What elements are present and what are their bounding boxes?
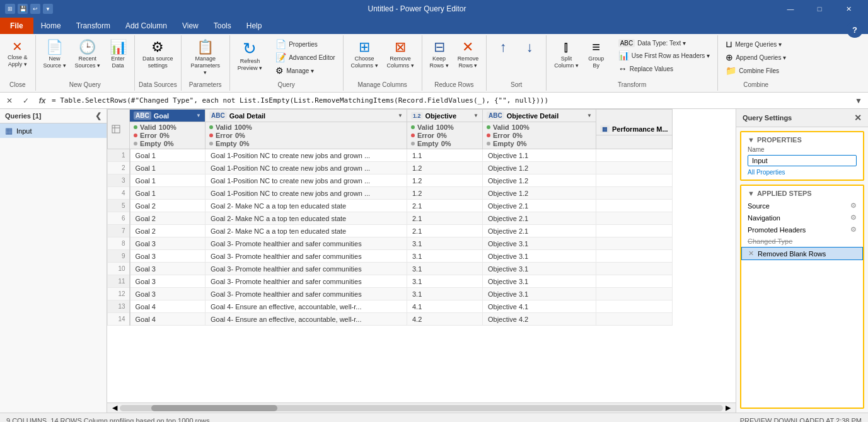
remove-rows-button[interactable]: ✕ RemoveRows ▾ bbox=[454, 38, 483, 72]
goal-detail-col-dropdown[interactable]: ▼ bbox=[398, 113, 403, 118]
refresh-preview-button[interactable]: ↻ RefreshPreview ▾ bbox=[234, 38, 267, 74]
step-removed-blank-x-icon[interactable]: ✕ bbox=[748, 249, 754, 258]
menu-transform[interactable]: Transform bbox=[69, 18, 118, 34]
data-source-settings-button[interactable]: ⚙ Data sourcesettings bbox=[139, 38, 177, 72]
table-row[interactable]: 11 Goal 3 Goal 3- Promote healthier and … bbox=[108, 275, 673, 288]
menu-file[interactable]: File bbox=[0, 18, 33, 34]
horizontal-scrollbar[interactable] bbox=[120, 405, 723, 411]
od-valid-label: Valid bbox=[493, 123, 509, 131]
all-properties-link[interactable]: All Properties bbox=[748, 169, 857, 176]
advanced-editor-icon: 📝 bbox=[275, 52, 286, 62]
step-promoted-headers-gear-icon[interactable]: ⚙ bbox=[850, 225, 857, 234]
replace-values-label: Replace Values bbox=[630, 66, 673, 72]
replace-values-button[interactable]: ↔ Replace Values bbox=[615, 62, 714, 75]
table-row[interactable]: 8 Goal 3 Goal 3- Promote healthier and s… bbox=[108, 237, 673, 250]
append-queries-button[interactable]: ⊕ Append Queries ▾ bbox=[722, 51, 790, 64]
col-header-performance-m[interactable]: ▦ Performance M... bbox=[596, 110, 673, 149]
step-navigation[interactable]: Navigation ⚙ bbox=[741, 212, 863, 224]
menu-tools[interactable]: Tools bbox=[206, 18, 239, 34]
close-button[interactable]: ✕ bbox=[834, 0, 863, 18]
new-source-button[interactable]: 📄 NewSource ▾ bbox=[40, 38, 70, 72]
group-by-label: GroupBy bbox=[588, 55, 604, 69]
col-header-objective[interactable]: 1.2 Objective ▼ Valid 100% bbox=[407, 110, 483, 149]
data-type-button[interactable]: ABC Data Type: Text ▾ bbox=[615, 38, 714, 48]
sort-desc-button[interactable]: ↓ bbox=[517, 38, 542, 57]
minimize-button[interactable]: — bbox=[776, 0, 805, 18]
reduce-rows-group-label: Reduce Rows bbox=[426, 79, 483, 89]
query-settings-title: Query Settings bbox=[743, 114, 792, 122]
formula-accept-button[interactable]: ✓ bbox=[19, 94, 33, 108]
horizontal-scrollbar-area[interactable]: ◀ ▶ bbox=[107, 402, 736, 413]
table-row[interactable]: 7 Goal 2 Goal 2- Make NC a a top ten edu… bbox=[108, 225, 673, 237]
horizontal-scrollbar-thumb[interactable] bbox=[151, 405, 277, 411]
table-row[interactable]: 10 Goal 3 Goal 3- Promote healthier and … bbox=[108, 263, 673, 275]
step-source[interactable]: Source ⚙ bbox=[741, 200, 863, 212]
recent-sources-button[interactable]: 🕒 RecentSources ▾ bbox=[71, 38, 105, 72]
choose-columns-button[interactable]: ⊞ ChooseColumns ▾ bbox=[347, 38, 382, 72]
sort-asc-button[interactable]: ↑ bbox=[490, 38, 516, 57]
step-navigation-gear-icon[interactable]: ⚙ bbox=[850, 214, 857, 222]
col-header-objective-detail[interactable]: ABC Objective Detail ▼ Valid 100% bbox=[483, 110, 596, 149]
save-icon[interactable]: 💾 bbox=[18, 4, 28, 14]
advanced-editor-button[interactable]: 📝 Advanced Editor bbox=[272, 51, 339, 64]
formula-expand-button[interactable]: ▼ bbox=[852, 94, 865, 108]
table-row[interactable]: 5 Goal 2 Goal 2- Make NC a a top ten edu… bbox=[108, 200, 673, 212]
table-row[interactable]: 4 Goal 1 Goal 1-Position NC to create ne… bbox=[108, 187, 673, 200]
formula-fx-button[interactable]: fx bbox=[35, 94, 49, 108]
ribbon-group-data-sources: ⚙ Data sourcesettings Data Sources bbox=[135, 35, 182, 91]
enter-data-button[interactable]: 📊 EnterData bbox=[105, 38, 130, 72]
dropdown-icon[interactable]: ▼ bbox=[43, 4, 53, 14]
merge-queries-button[interactable]: ⊔ Merge Queries ▾ bbox=[722, 38, 790, 50]
query-settings-close-button[interactable]: ✕ bbox=[854, 113, 862, 123]
goal-detail-cell: Goal 1-Position NC to create new jobs an… bbox=[205, 174, 407, 187]
scroll-right-button[interactable]: ▶ bbox=[723, 403, 733, 413]
manage-button[interactable]: ⚙ Manage ▾ bbox=[272, 64, 339, 77]
remove-columns-button[interactable]: ⊠ RemoveColumns ▾ bbox=[383, 38, 418, 72]
ribbon-group-query-content: ↻ RefreshPreview ▾ 📄 Properties 📝 Advanc… bbox=[234, 37, 339, 79]
obj-detail-col-stats: Valid 100% Error 0% bbox=[483, 122, 596, 149]
objective-cell: 3.1 bbox=[407, 263, 483, 275]
step-source-gear-icon[interactable]: ⚙ bbox=[850, 202, 857, 210]
table-row[interactable]: 12 Goal 3 Goal 3- Promote healthier and … bbox=[108, 288, 673, 300]
data-grid[interactable]: ABC Goal ▼ Valid 100% bbox=[107, 109, 736, 402]
step-removed-blank-rows[interactable]: ✕ Removed Blank Rows bbox=[741, 247, 863, 260]
formula-input[interactable] bbox=[52, 96, 849, 105]
maximize-button[interactable]: □ bbox=[805, 0, 834, 18]
close-apply-button[interactable]: ✕ Close &Apply ▾ bbox=[4, 38, 32, 71]
table-row[interactable]: 9 Goal 3 Goal 3- Promote healthier and s… bbox=[108, 250, 673, 263]
use-first-row-button[interactable]: 📊 Use First Row as Headers ▾ bbox=[615, 49, 714, 62]
menu-view[interactable]: View bbox=[175, 18, 206, 34]
help-button[interactable]: ? bbox=[847, 21, 863, 38]
undo-icon[interactable]: ↩ bbox=[30, 4, 40, 14]
group-by-button[interactable]: ≡ GroupBy bbox=[584, 38, 609, 72]
formula-cancel-button[interactable]: ✕ bbox=[3, 94, 16, 108]
table-row[interactable]: 6 Goal 2 Goal 2- Make NC a a top ten edu… bbox=[108, 212, 673, 225]
table-row[interactable]: 3 Goal 1 Goal 1-Position NC to create ne… bbox=[108, 174, 673, 187]
col-header-goal-detail[interactable]: ABC Goal Detail ▼ Valid 100% bbox=[205, 110, 407, 149]
queries-collapse-button[interactable]: ❮ bbox=[95, 111, 101, 120]
keep-rows-button[interactable]: ⊟ KeepRows ▾ bbox=[426, 38, 453, 72]
manage-parameters-button[interactable]: 📋 ManageParameters ▾ bbox=[185, 38, 226, 78]
menu-add-column[interactable]: Add Column bbox=[118, 18, 175, 34]
split-column-button[interactable]: ⫿ SplitColumn ▾ bbox=[550, 38, 582, 72]
row-num-cell: 11 bbox=[108, 275, 130, 288]
col-header-goal[interactable]: ABC Goal ▼ Valid 100% bbox=[130, 110, 205, 149]
menu-help[interactable]: Help bbox=[239, 18, 270, 34]
table-row[interactable]: 13 Goal 4 Goal 4- Ensure an effective, a… bbox=[108, 300, 673, 313]
step-promoted-headers[interactable]: Promoted Headers ⚙ bbox=[741, 224, 863, 236]
table-row[interactable]: 1 Goal 1 Goal 1-Position NC to create ne… bbox=[108, 149, 673, 162]
properties-button[interactable]: 📄 Properties bbox=[272, 38, 339, 50]
goal-col-dropdown[interactable]: ▼ bbox=[196, 113, 201, 118]
scroll-left-button[interactable]: ◀ bbox=[110, 403, 120, 413]
query-name-input[interactable] bbox=[748, 155, 857, 166]
objective-col-dropdown[interactable]: ▼ bbox=[473, 113, 478, 118]
table-row[interactable]: 2 Goal 1 Goal 1-Position NC to create ne… bbox=[108, 162, 673, 174]
step-changed-type[interactable]: Changed Type bbox=[741, 236, 863, 247]
menu-home[interactable]: Home bbox=[33, 18, 69, 34]
remove-columns-label: RemoveColumns ▾ bbox=[387, 55, 414, 69]
combine-files-button[interactable]: 📁 Combine Files bbox=[722, 64, 790, 77]
query-item-input[interactable]: ▦ Input bbox=[0, 123, 107, 138]
obj-detail-col-dropdown[interactable]: ▼ bbox=[587, 113, 592, 118]
table-row[interactable]: 14 Goal 4 Goal 4- Ensure an effective, a… bbox=[108, 313, 673, 326]
menu-bar: File Home Transform Add Column View Tool… bbox=[0, 18, 868, 34]
